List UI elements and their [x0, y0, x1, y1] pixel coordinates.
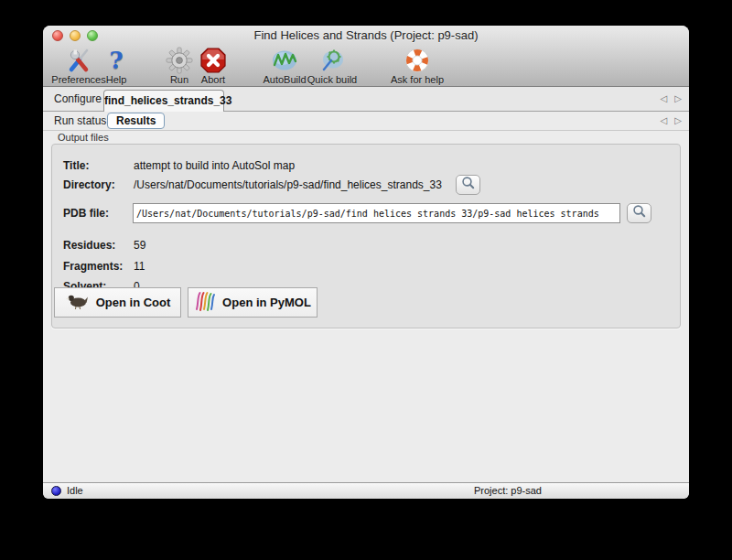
toolbar-button-run[interactable]: Run	[166, 47, 193, 86]
title-label: Title:	[63, 156, 133, 176]
open-in-coot-label: Open in Coot	[96, 296, 171, 309]
toolbar-button-quick-build[interactable]: Quick build	[303, 47, 361, 86]
residues-row: Residues: 59	[52, 235, 680, 255]
output-files-group-label: Output files	[58, 132, 109, 143]
pdb-file-row: PDB file:	[52, 203, 680, 225]
fragments-row: Fragments: 11	[52, 256, 680, 276]
title-value: attempt to build into AutoSol map	[134, 156, 295, 176]
stop-x-icon	[196, 47, 231, 74]
pdb-file-browse-button[interactable]	[627, 203, 651, 223]
gear-icon	[166, 47, 193, 74]
open-in-pymol-button[interactable]: Open in PyMOL	[188, 287, 318, 318]
open-in-pymol-label: Open in PyMOL	[222, 296, 311, 309]
tab-results[interactable]: Results	[107, 113, 165, 129]
directory-value: /Users/nat/Documents/tutorials/p9-sad/fi…	[134, 175, 442, 195]
pdb-file-label: PDB file:	[63, 203, 133, 223]
results-panel: Output files Title: attempt to build int…	[43, 131, 689, 482]
window-title: Find Helices and Strands (Project: p9-sa…	[43, 28, 689, 42]
tab-configure[interactable]: Configure	[54, 87, 102, 112]
toolbar-label: Abort	[196, 74, 231, 85]
toolbar-label: Preferences	[49, 74, 108, 85]
magnifier-icon	[461, 176, 476, 194]
directory-row: Directory: /Users/nat/Documents/tutorial…	[52, 175, 680, 195]
residues-value: 59	[134, 235, 145, 255]
fragments-label: Fragments:	[63, 256, 133, 276]
sub-tab-scroll-controls: ◁ ▷	[661, 112, 682, 130]
tab-find-helices-strands-33[interactable]: find_helices_strands_33	[103, 90, 224, 112]
status-text: Idle	[67, 485, 83, 496]
open-in-coot-button[interactable]: Open in Coot	[54, 287, 181, 318]
directory-browse-button[interactable]	[456, 175, 480, 195]
lifebuoy-icon	[385, 47, 449, 74]
toolbar-label: Help	[102, 74, 130, 85]
title-row: Title: attempt to build into AutoSol map	[52, 156, 680, 176]
sub-tab-bar: Run status Results ◁ ▷	[43, 112, 689, 131]
project-label: Project: p9-sad	[416, 485, 599, 496]
status-indicator-icon	[51, 486, 61, 496]
protein-gear-icon	[303, 47, 361, 74]
sub-tab-scroll-left-icon[interactable]: ◁	[661, 116, 668, 125]
toolbar-label: Ask for help	[385, 74, 449, 85]
tab-scroll-controls: ◁ ▷	[661, 87, 682, 111]
toolbar-button-abort[interactable]: Abort	[196, 47, 231, 86]
status-bar: Idle Project: p9-sad	[43, 482, 689, 499]
tab-run-status[interactable]: Run status	[54, 112, 106, 131]
fragments-value: 11	[134, 256, 145, 276]
window-header: Find Helices and Strands (Project: p9-sa…	[43, 26, 689, 87]
sub-tab-scroll-right-icon[interactable]: ▷	[674, 116, 682, 125]
toolbar-button-help[interactable]: ? Help	[102, 47, 130, 86]
toolbar-label: Quick build	[303, 74, 361, 85]
directory-label: Directory:	[63, 175, 133, 195]
title-bar[interactable]: Find Helices and Strands (Project: p9-sa…	[43, 26, 689, 46]
magnifier-icon	[632, 204, 647, 222]
pymol-ribbon-icon	[194, 291, 216, 314]
tab-scroll-left-icon[interactable]: ◁	[661, 94, 668, 103]
tab-scroll-right-icon[interactable]: ▷	[674, 94, 682, 103]
app-window: Find Helices and Strands (Project: p9-sa…	[43, 26, 689, 499]
toolbar: Preferences ? Help	[43, 46, 689, 87]
toolbar-button-ask-for-help[interactable]: Ask for help	[385, 47, 449, 86]
tools-icon	[49, 47, 108, 74]
pdb-file-input[interactable]	[133, 203, 620, 223]
output-files-group: Title: attempt to build into AutoSol map…	[51, 144, 681, 328]
question-mark-icon: ?	[102, 47, 130, 74]
notebook-tab-bar: Configure find_helices_strands_33 ◁ ▷	[43, 87, 689, 112]
toolbar-button-preferences[interactable]: Preferences	[49, 47, 108, 86]
coot-bird-icon	[65, 293, 90, 313]
residues-label: Residues:	[63, 235, 133, 255]
toolbar-label: Run	[166, 74, 193, 85]
